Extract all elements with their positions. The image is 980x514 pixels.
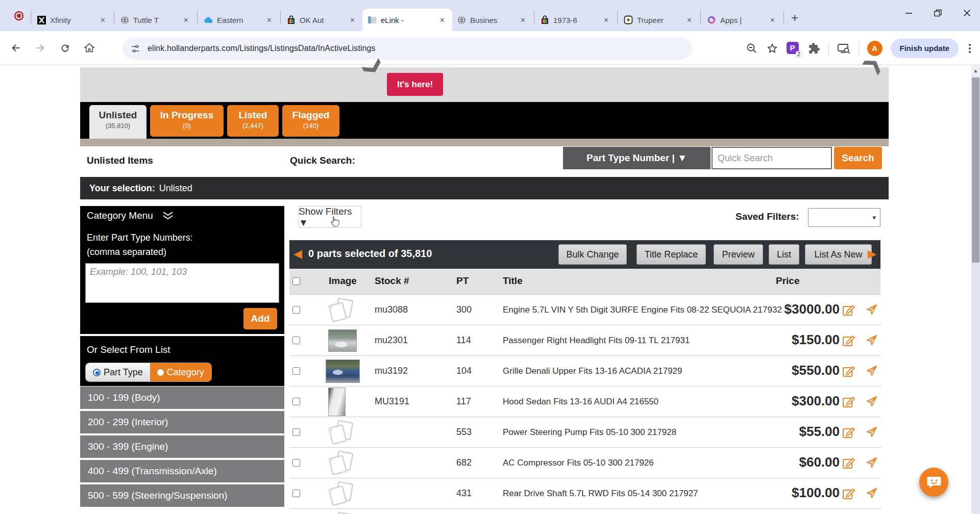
search-button[interactable]: Search [834, 147, 882, 169]
part-type-number: 114 [456, 335, 471, 346]
part-title: Engine 5.7L VIN Y 5th Digit 3URFE Engine… [503, 305, 782, 315]
copilot-favicon [707, 15, 716, 24]
forward-button[interactable] [32, 39, 49, 57]
browser-menu-icon[interactable] [967, 42, 973, 55]
edit-icon[interactable] [842, 364, 856, 378]
part-type-numbers-input[interactable] [85, 263, 279, 303]
tab-trupeer[interactable]: Trupeer ✕ [619, 9, 699, 31]
new-tab-button[interactable]: + [791, 13, 798, 23]
tab-listed[interactable]: Listed (2,447) [227, 105, 279, 137]
send-icon[interactable] [865, 334, 878, 347]
list-button[interactable]: List [769, 244, 799, 265]
restore-icon[interactable] [934, 9, 942, 17]
search-type-dropdown[interactable]: Part Type Number | ▼ [563, 147, 710, 169]
send-icon[interactable] [865, 426, 878, 439]
edit-icon[interactable] [842, 486, 856, 500]
extension-p-icon[interactable]: P 2 [787, 42, 800, 55]
zoom-icon[interactable] [746, 42, 758, 55]
category-item-engine[interactable]: 300 - 399 (Engine) [80, 435, 284, 458]
chat-widget-button[interactable] [919, 468, 948, 497]
tab-tuttle[interactable]: Tuttle T ✕ [115, 9, 196, 31]
send-icon[interactable] [865, 456, 878, 469]
url-text[interactable]: elink.hollanderparts.com/Listings/Listin… [148, 44, 376, 53]
send-icon[interactable] [865, 303, 878, 316]
tab-close-icon[interactable]: ✕ [518, 15, 528, 25]
part-type-toggle[interactable]: Part Type [86, 363, 150, 381]
send-icon[interactable] [865, 365, 878, 377]
device-search-icon[interactable] [837, 42, 850, 55]
tab-close-icon[interactable]: ✕ [264, 15, 274, 25]
category-radio[interactable] [157, 369, 164, 376]
quick-search-input[interactable] [712, 147, 832, 169]
scrollbar-up-arrow[interactable]: ▲ [971, 65, 980, 76]
tab-in-progress[interactable]: In Progress (0) [150, 105, 224, 137]
tab-elink-active[interactable]: eLink - ✕ [362, 9, 452, 31]
part-type-radio[interactable] [93, 369, 101, 376]
tab-xfinity[interactable]: Xfinity ✕ [32, 9, 113, 31]
close-window-icon[interactable] [963, 9, 971, 17]
back-button[interactable] [7, 39, 24, 57]
tab-close-icon[interactable]: ✕ [98, 15, 108, 25]
url-bar[interactable]: elink.hollanderparts.com/Listings/Listin… [122, 37, 692, 60]
next-page-arrow[interactable]: ▶ [868, 247, 876, 261]
row-checkbox[interactable] [292, 459, 300, 467]
saved-filters-select[interactable]: ▾ [808, 208, 880, 227]
bookmark-star-icon[interactable] [766, 42, 778, 55]
row-checkbox[interactable] [292, 306, 300, 314]
category-item-steering[interactable]: 500 - 599 (Steering/Suspension) [80, 484, 284, 507]
bulk-change-button[interactable]: Bulk Change [558, 244, 627, 265]
tab-unlisted[interactable]: Unlisted (35,810) [89, 105, 146, 141]
tab-close-icon[interactable]: ✕ [601, 15, 611, 25]
reload-button[interactable] [56, 39, 74, 57]
tab-close-icon[interactable]: ✕ [437, 15, 447, 25]
recording-indicator-icon[interactable] [14, 11, 24, 21]
site-settings-icon[interactable] [131, 44, 140, 54]
select-all-checkbox[interactable] [292, 277, 300, 285]
part-photo[interactable] [328, 329, 357, 352]
list-as-new-button[interactable]: List As New [805, 244, 872, 265]
row-checkbox[interactable] [292, 398, 300, 405]
part-photo[interactable] [328, 388, 346, 416]
tab-flagged[interactable]: Flagged (140) [282, 105, 339, 137]
tab-eastern[interactable]: Eastern ✕ [199, 9, 279, 31]
tab-close-icon[interactable]: ✕ [181, 15, 191, 25]
preview-button[interactable]: Preview [714, 244, 763, 265]
tab-close-icon[interactable]: ✕ [684, 15, 694, 25]
tab-close-icon[interactable]: ✕ [348, 15, 357, 25]
edit-icon[interactable] [842, 425, 856, 439]
tab-ok-auto[interactable]: OK Aut ✕ [282, 9, 362, 31]
tab-close-icon[interactable]: ✕ [768, 15, 777, 25]
tab-business[interactable]: Busines ✕ [452, 9, 533, 31]
home-button[interactable] [81, 39, 98, 57]
tab-1973[interactable]: 1973-8 ✕ [535, 9, 616, 31]
its-here-button[interactable]: It's here! [387, 73, 443, 96]
part-photo[interactable] [326, 359, 360, 383]
scrollbar-thumb[interactable] [972, 78, 979, 263]
row-checkbox[interactable] [292, 367, 300, 375]
edit-icon[interactable] [842, 456, 856, 470]
send-icon[interactable] [865, 487, 878, 500]
row-checkbox[interactable] [292, 490, 300, 497]
edit-icon[interactable] [842, 333, 856, 347]
no-image-placeholder-icon [327, 419, 356, 447]
extensions-puzzle-icon[interactable] [808, 42, 820, 55]
edit-icon[interactable] [842, 303, 856, 317]
row-checkbox[interactable] [292, 428, 300, 436]
category-item-transmission[interactable]: 400 - 499 (Transmission/Axle) [80, 460, 284, 482]
category-item-body[interactable]: 100 - 199 (Body) [80, 387, 284, 409]
show-filters-button[interactable]: Show Filters ▼ [298, 206, 361, 228]
page-scrollbar[interactable]: ▲ [971, 65, 980, 514]
title-replace-button[interactable]: Title Replace [636, 244, 706, 265]
category-item-interior[interactable]: 200 - 299 (Interior) [80, 411, 284, 433]
add-button[interactable]: Add [243, 308, 277, 329]
edit-icon[interactable] [842, 395, 856, 408]
row-checkbox[interactable] [292, 337, 300, 344]
send-icon[interactable] [865, 395, 878, 408]
finish-update-button[interactable]: Finish update [891, 39, 959, 58]
tab-apps[interactable]: Apps | ✕ [702, 9, 782, 31]
tab-strip: Xfinity ✕ Tuttle T ✕ Eastern ✕ OK Aut ✕ [0, 0, 980, 31]
category-toggle[interactable]: Category [150, 363, 211, 381]
prev-page-arrow[interactable]: ◀ [293, 247, 302, 261]
minimize-icon[interactable] [905, 9, 913, 17]
category-menu-header[interactable]: Category Menu [80, 206, 284, 225]
